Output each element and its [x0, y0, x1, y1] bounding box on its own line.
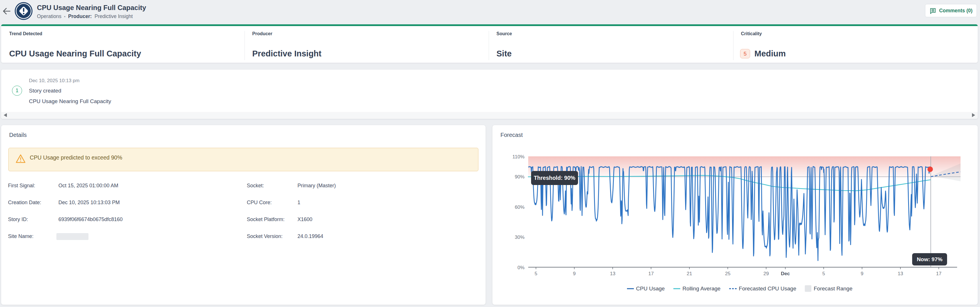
svg-text:9: 9 [861, 271, 863, 276]
svg-text:29: 29 [764, 271, 769, 276]
svg-text:110%: 110% [512, 154, 525, 159]
svg-text:13: 13 [898, 271, 903, 276]
svg-text:5: 5 [535, 271, 537, 276]
svg-text:0%: 0% [517, 265, 525, 270]
svg-text:17: 17 [649, 271, 654, 276]
svg-text:60%: 60% [515, 204, 525, 210]
svg-text:90%: 90% [515, 174, 525, 180]
svg-text:25: 25 [725, 271, 731, 276]
svg-text:Dec: Dec [781, 271, 790, 276]
svg-text:30%: 30% [515, 235, 525, 240]
svg-text:5: 5 [822, 271, 825, 276]
svg-text:13: 13 [610, 271, 616, 276]
svg-text:21: 21 [687, 271, 692, 276]
svg-text:17: 17 [936, 271, 942, 276]
svg-text:9: 9 [573, 271, 576, 276]
